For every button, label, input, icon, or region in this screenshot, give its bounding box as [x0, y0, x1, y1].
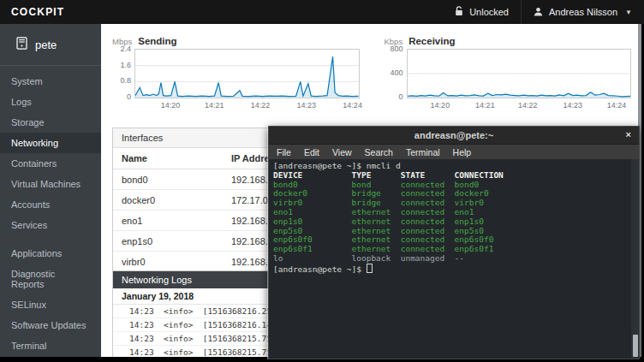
- user-name: Andreas Nilsson: [549, 7, 617, 17]
- terminal-line: DEVICE TYPE STATE CONNECTION: [273, 171, 639, 181]
- receiving-chart: KbpsReceiving800400014:2014:2114:2214:23…: [385, 36, 632, 110]
- server-icon: [16, 37, 27, 52]
- interface-name: enp1s0: [113, 231, 223, 252]
- terminal-window: andreasn@pete:~ × FileEditViewSearchTerm…: [268, 126, 640, 359]
- chevron-down-icon: ▼: [625, 9, 632, 16]
- chart-title: Sending: [138, 36, 176, 46]
- y-tick: 2.4: [120, 45, 131, 53]
- terminal-scrollbar-thumb[interactable]: [633, 335, 638, 357]
- user-menu[interactable]: Andreas Nilsson ▼: [521, 0, 644, 24]
- x-tick: 14:22: [518, 101, 538, 110]
- sidebar-item-system[interactable]: System: [0, 71, 101, 92]
- y-tick: 0: [398, 92, 402, 101]
- chart-title: Receiving: [408, 36, 455, 46]
- y-tick: 1.6: [120, 61, 131, 69]
- chart-y-axis: 8004000: [385, 49, 407, 98]
- topbar-right: Unlocked Andreas Nilsson ▼: [443, 0, 644, 24]
- user-icon: [534, 7, 543, 18]
- terminal-line: lo loopback unmanaged --: [273, 254, 639, 264]
- chart-y-axis: 2.41.60.80: [112, 49, 134, 98]
- column-header-name: Name: [113, 148, 223, 169]
- x-tick: 14:23: [297, 101, 317, 110]
- cockpit-brand: COCKPIT: [0, 6, 64, 18]
- host-row[interactable]: pete: [0, 24, 101, 63]
- sidebar-item-services[interactable]: Services: [0, 215, 101, 235]
- terminal-line: [andreasn@pete ~]$: [273, 264, 639, 275]
- sidebar-item-containers[interactable]: Containers: [0, 153, 101, 174]
- y-tick: 800: [390, 45, 402, 53]
- sidebar-item-virtual-machines[interactable]: Virtual Machines: [0, 174, 101, 194]
- sidebar-item-applications[interactable]: Applications: [0, 243, 101, 264]
- terminal-menu-search[interactable]: Search: [365, 147, 393, 157]
- terminal-body[interactable]: [andreasn@pete ~]$ nmcli dDEVICE TYPE ST…: [269, 159, 639, 359]
- terminal-menu-view[interactable]: View: [332, 147, 352, 157]
- x-tick: 14:22: [251, 101, 271, 110]
- host-name: pete: [35, 39, 57, 51]
- x-tick: 14:24: [607, 101, 627, 110]
- unlocked-label: Unlocked: [469, 7, 509, 17]
- chart-x-axis: 14:2014:2114:2214:2314:24: [134, 98, 360, 110]
- chart-plot: [134, 49, 360, 98]
- sidebar-divider: [0, 65, 101, 66]
- sidebar-item-accounts[interactable]: Accounts: [0, 194, 101, 215]
- x-tick: 14:21: [205, 101, 224, 110]
- sidebar-item-selinux[interactable]: SELinux: [0, 294, 101, 315]
- terminal-cursor: [367, 264, 373, 273]
- y-tick: 400: [390, 68, 402, 77]
- interface-name: eno1: [113, 211, 223, 231]
- interface-name: virbr0: [113, 252, 223, 272]
- interface-name: docker0: [113, 190, 223, 211]
- close-icon[interactable]: ×: [626, 129, 631, 139]
- x-tick: 14:20: [431, 101, 450, 110]
- terminal-menubar: FileEditViewSearchTerminalHelp: [269, 145, 639, 159]
- sidebar-item-diagnostic-reports[interactable]: Diagnostic Reports: [0, 264, 101, 294]
- sidebar-item-software-updates[interactable]: Software Updates: [0, 315, 101, 335]
- sidebar-item-logs[interactable]: Logs: [0, 92, 101, 112]
- x-tick: 14:23: [563, 101, 582, 110]
- y-tick: 0: [127, 92, 131, 101]
- x-tick: 14:20: [161, 101, 181, 110]
- terminal-menu-edit[interactable]: Edit: [304, 147, 319, 157]
- sidebar: pete SystemLogsStorageNetworkingContaine…: [0, 24, 101, 357]
- terminal-scrollbar-track[interactable]: [631, 159, 639, 359]
- unlocked-indicator[interactable]: Unlocked: [443, 0, 521, 24]
- x-tick: 14:24: [343, 101, 362, 110]
- y-tick: 0.8: [120, 76, 131, 85]
- traffic-charts: MbpsSending2.41.60.8014:2014:2114:2214:2…: [112, 36, 631, 110]
- chart-x-axis: 14:2014:2114:2214:2314:24: [407, 98, 632, 110]
- terminal-menu-file[interactable]: File: [277, 147, 291, 157]
- chart-head: MbpsSending: [112, 36, 360, 46]
- chart-plot: [407, 49, 632, 98]
- terminal-menu-help[interactable]: Help: [453, 147, 472, 157]
- sidebar-nav: SystemLogsStorageNetworkingContainersVir…: [0, 71, 101, 356]
- chart-body: 8004000: [385, 49, 632, 98]
- terminal-titlebar[interactable]: andreasn@pete:~ ×: [269, 127, 639, 145]
- sidebar-item-networking[interactable]: Networking: [0, 133, 101, 153]
- top-navbar: COCKPIT Unlocked Andreas Nilsson ▼: [0, 0, 644, 24]
- sidebar-item-storage[interactable]: Storage: [0, 112, 101, 133]
- unlock-icon: [455, 6, 463, 18]
- x-tick: 14:21: [475, 101, 495, 110]
- terminal-title: andreasn@pete:~: [414, 130, 493, 140]
- chart-head: KbpsReceiving: [385, 36, 632, 46]
- terminal-line: enp1s0 ethernet connected enp1s0: [273, 217, 639, 227]
- sidebar-item-terminal[interactable]: Terminal: [0, 335, 101, 356]
- chart-body: 2.41.60.80: [112, 49, 360, 98]
- interface-name: bond0: [113, 169, 223, 190]
- sending-chart: MbpsSending2.41.60.8014:2014:2114:2214:2…: [112, 36, 360, 110]
- terminal-menu-terminal[interactable]: Terminal: [406, 147, 440, 157]
